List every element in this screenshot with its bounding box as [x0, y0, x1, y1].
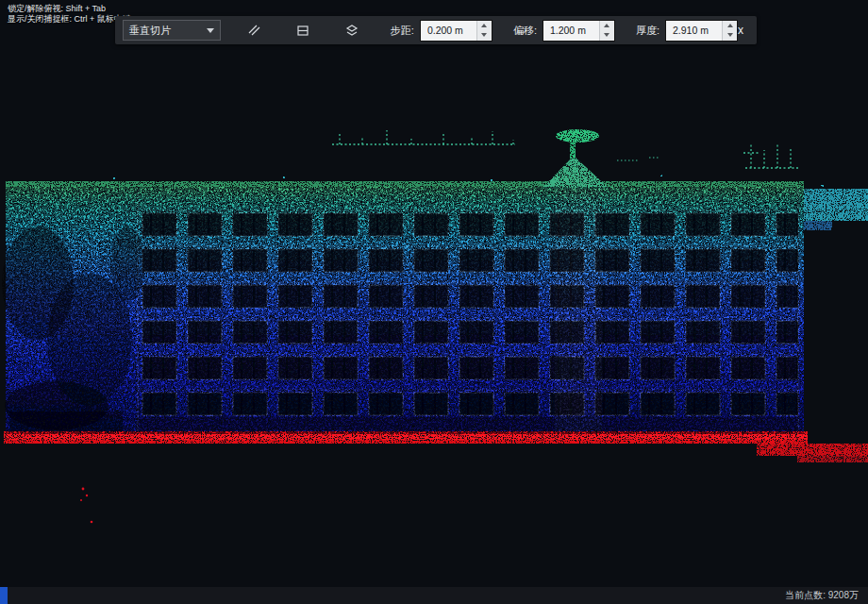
- chevron-down-icon: [207, 28, 214, 33]
- thickness-input[interactable]: [666, 21, 722, 41]
- thickness-field: [665, 20, 738, 42]
- offset-spinner-down[interactable]: [600, 30, 614, 41]
- thickness-spinner-up[interactable]: [723, 21, 737, 31]
- toolbar-icon-group: [243, 20, 362, 41]
- slice-plane-icon[interactable]: [292, 20, 313, 41]
- step-input[interactable]: [421, 21, 476, 41]
- offset-input[interactable]: [543, 21, 599, 41]
- slice-mode-dropdown[interactable]: 垂直切片: [123, 20, 221, 41]
- thickness-spinner-down[interactable]: [723, 30, 737, 41]
- step-label: 步距:: [391, 24, 414, 38]
- offset-spinner-up[interactable]: [600, 21, 614, 31]
- step-field: [420, 20, 492, 42]
- status-bar: 当前点数: 9208万: [0, 587, 868, 604]
- point-cloud-viewport[interactable]: [0, 0, 868, 604]
- close-button[interactable]: x: [738, 25, 743, 36]
- step-spinner-up[interactable]: [477, 21, 492, 31]
- slice-layers-icon[interactable]: [342, 20, 362, 41]
- thickness-label: 厚度:: [636, 24, 659, 38]
- point-cloud-render: [0, 0, 868, 604]
- offset-spinner: [599, 21, 614, 41]
- help-overlay: 锁定/解除俯视: Shift + Tab 显示/关闭捕捉框: Ctrl + 鼠标…: [8, 4, 131, 25]
- help-line-lock: 锁定/解除俯视: Shift + Tab: [8, 4, 131, 14]
- slice-toolbar: 垂直切片 步距: 偏移:: [115, 16, 757, 44]
- help-line-snap: 显示/关闭捕捉框: Ctrl + 鼠标中键: [8, 14, 131, 25]
- offset-field: [542, 20, 615, 42]
- step-spinner: [476, 21, 492, 41]
- slice-mode-label: 垂直切片: [129, 24, 171, 38]
- offset-label: 偏移:: [513, 24, 537, 38]
- point-count-label: 当前点数: 9208万: [785, 589, 859, 602]
- thickness-spinner: [722, 21, 737, 41]
- status-accent-block: [0, 587, 8, 604]
- slice-line-icon[interactable]: [243, 20, 264, 41]
- step-spinner-down[interactable]: [477, 30, 492, 41]
